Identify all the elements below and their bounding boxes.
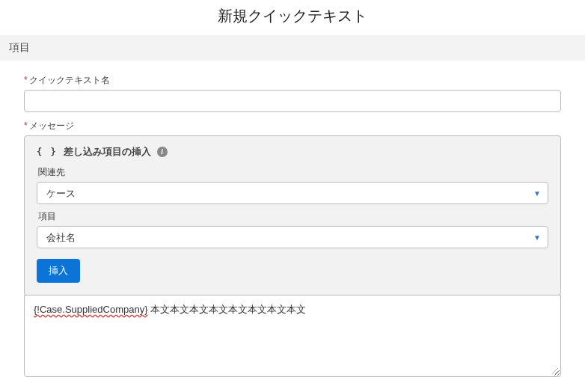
merge-field-field-label: 項目: [38, 210, 548, 223]
message-textarea[interactable]: {!Case.SuppliedCompany} 本文本文本文本文本文本文本文本文: [24, 295, 561, 377]
merge-field-panel-header: { } 差し込み項目の挿入 i: [37, 145, 548, 159]
quick-text-name-input[interactable]: [24, 90, 561, 112]
merge-field-select-wrap: 会社名 ▼: [37, 226, 548, 248]
section-header-fields: 項目: [0, 35, 585, 61]
merge-field-panel-title: 差し込み項目の挿入: [64, 145, 151, 159]
quick-text-name-label-text: クイックテキスト名: [29, 75, 110, 85]
related-to-select[interactable]: ケース: [37, 182, 548, 204]
form-area: *クイックテキスト名 *メッセージ { } 差し込み項目の挿入 i 関連先 ケー…: [0, 61, 585, 386]
merge-field-panel: { } 差し込み項目の挿入 i 関連先 ケース ▼ 項目 会社名 ▼ 挿入: [24, 135, 561, 295]
resize-handle-icon: [551, 367, 558, 374]
insert-button[interactable]: 挿入: [37, 259, 80, 283]
svg-line-0: [552, 368, 558, 374]
message-label: *メッセージ: [24, 120, 561, 132]
related-to-label: 関連先: [38, 166, 548, 179]
merge-field-token: {!Case.SuppliedCompany}: [34, 304, 148, 315]
merge-field-select[interactable]: 会社名: [37, 226, 548, 248]
quick-text-name-label: *クイックテキスト名: [24, 74, 561, 87]
page-title: 新規クイックテキスト: [0, 0, 585, 35]
info-icon[interactable]: i: [157, 147, 168, 157]
message-label-text: メッセージ: [29, 120, 74, 131]
svg-line-1: [555, 371, 558, 374]
required-asterisk-icon: *: [24, 75, 28, 85]
merge-brackets-icon: { }: [37, 147, 58, 157]
related-to-select-wrap: ケース ▼: [37, 182, 548, 204]
message-body-text: 本文本文本文本文本文本文本文本文: [148, 304, 307, 315]
required-asterisk-icon: *: [24, 120, 28, 131]
